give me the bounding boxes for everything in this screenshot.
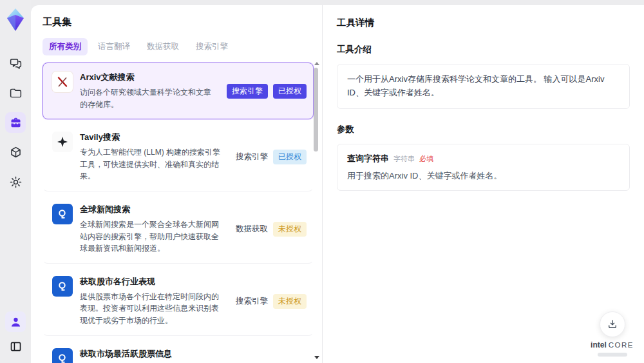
tool-detail-pane: 工具详情 工具介绍 一个用于从Arxiv存储库搜索科学论文和文章的工具。 输入可… [322,5,644,363]
nav-folder-icon[interactable] [5,83,26,103]
tool-item-global-news[interactable]: 全球新闻搜索 全球新闻搜索是一个聚合全球各大新闻网站内容的搜索引擎，帮助用户快速… [43,195,314,264]
user-avatar-icon[interactable] [5,311,26,332]
tab-language-translation[interactable]: 语言翻译 [91,38,137,55]
intro-text: 一个用于从Arxiv存储库搜索科学论文和文章的工具。 输入可以是Arxiv ID… [347,73,620,100]
intro-heading: 工具介绍 [337,44,630,55]
tool-description: 专为人工智能代理 (LLM) 构建的搜索引擎工具，可快速提供实时、准确和真实的结… [80,146,225,182]
tool-item-arxiv[interactable]: Arxiv文献搜索 访问各个研究领域大量科学论文和文章的存储库。 搜索引擎 已授… [43,63,314,119]
panel-toggle-icon[interactable] [5,336,26,357]
arxiv-logo-icon [52,72,73,92]
tool-name: 全球新闻搜索 [80,204,225,215]
tab-all-categories[interactable]: 所有类别 [43,38,88,55]
scrollbar-thumb[interactable] [314,68,318,152]
left-rail [0,0,31,363]
tab-search-engine[interactable]: 搜索引擎 [189,38,234,55]
auth-status-badge: 已授权 [273,84,307,99]
scroll-up-arrow[interactable] [314,62,319,65]
auth-status-badge: 未授权 [273,222,307,237]
tool-name: Tavily搜索 [80,132,225,143]
nav-chat-icon[interactable] [5,53,26,74]
intel-brand-text: intel [591,340,607,349]
app-logo [3,6,28,34]
category-badge: 搜索引擎 [227,84,268,99]
tool-name: 获取股市各行业表现 [80,276,225,288]
list-scrollbar[interactable] [313,62,319,359]
tool-description: 提供股票市场各个行业在特定时间段内的表现。投资者可以利用这些信息来识别表现优于或… [80,291,225,327]
tool-name: Arxiv文献搜索 [80,72,216,83]
nav-settings-icon[interactable] [5,172,26,192]
nav-cube-icon[interactable] [5,142,26,162]
tools-pane: 工具集 所有类别 语言翻译 数据获取 搜索引擎 Arxiv文献搜索 访问各个研究… [31,5,322,363]
param-description: 用于搜索的Arxiv ID、关键字或作者姓名。 [347,170,620,182]
tool-name: 获取市场最活跃股票信息 [80,348,225,360]
sparkle-icon [52,132,73,152]
category-label: 搜索引擎 [236,152,268,162]
search-logo-icon [52,348,73,363]
tab-data-acquisition[interactable]: 数据获取 [140,38,185,55]
scroll-down-arrow[interactable] [314,356,319,359]
detail-title: 工具详情 [337,17,630,29]
search-logo-icon [52,204,73,224]
intro-box: 一个用于从Arxiv存储库搜索科学论文和文章的工具。 输入可以是Arxiv ID… [337,64,630,109]
category-label: 搜索引擎 [236,296,268,307]
param-type: 字符串 [393,154,415,164]
category-tabs: 所有类别 语言翻译 数据获取 搜索引擎 [43,38,313,55]
main-surface: 工具集 所有类别 语言翻译 数据获取 搜索引擎 Arxiv文献搜索 访问各个研究… [31,5,644,363]
tool-list: Arxiv文献搜索 访问各个研究领域大量科学论文和文章的存储库。 搜索引擎 已授… [43,63,314,363]
param-box: 查询字符串 字符串 必填 用于搜索的Arxiv ID、关键字或作者姓名。 [337,144,630,191]
tool-item-most-active-stocks[interactable]: 获取市场最活跃股票信息 提供当天交易量最高的股票列表，投资者可以利用这些信息来识… [43,339,314,363]
params-heading: 参数 [337,124,630,135]
page-title: 工具集 [43,16,313,28]
tool-description: 全球新闻搜索是一个聚合全球各大新闻网站内容的搜索引擎，帮助用户快速获取全球最新资… [80,219,225,255]
download-button[interactable] [600,311,625,337]
download-icon [607,319,618,330]
nav-toolbox-icon[interactable] [5,112,26,133]
core-brand-text: CORE [609,341,634,349]
intel-logo-sub-bar [598,353,627,357]
corner-widgets: intel CORE [591,311,634,357]
auth-status-badge: 未授权 [273,294,307,309]
tool-item-tavily[interactable]: Tavily搜索 专为人工智能代理 (LLM) 构建的搜索引擎工具，可快速提供实… [43,123,314,191]
category-label: 数据获取 [236,224,268,235]
auth-status-badge: 已授权 [273,150,307,164]
param-name: 查询字符串 [347,153,389,164]
param-required-flag: 必填 [419,154,433,164]
intel-core-logo: intel CORE [591,340,634,349]
tool-item-sector-performance[interactable]: 获取股市各行业表现 提供股票市场各个行业在特定时间段内的表现。投资者可以利用这些… [43,267,314,336]
search-logo-icon [52,276,73,297]
tool-description: 访问各个研究领域大量科学论文和文章的存储库。 [80,86,216,110]
